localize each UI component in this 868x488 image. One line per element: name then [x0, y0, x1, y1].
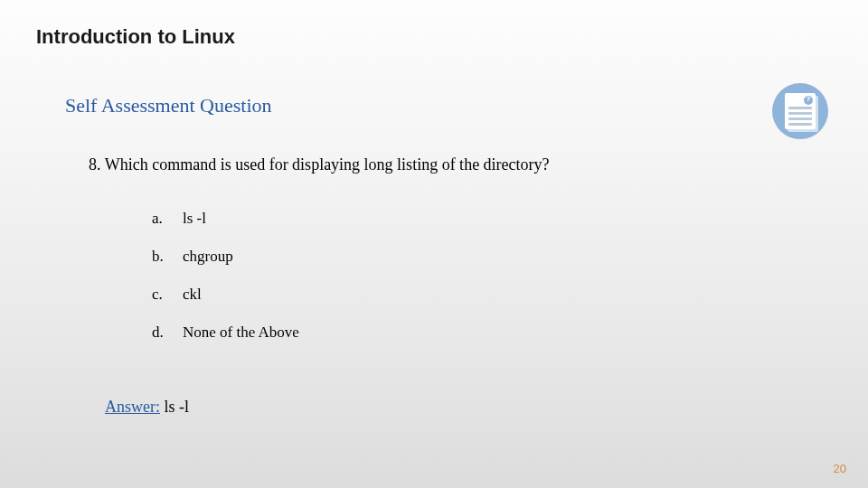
section-heading: Self Assessment Question: [65, 94, 272, 117]
option-d: d. None of the Above: [152, 324, 299, 342]
option-text: None of the Above: [183, 324, 299, 342]
page-number: 20: [834, 462, 846, 475]
answer-text: ls -l: [160, 398, 189, 416]
option-text: chgroup: [183, 248, 233, 266]
option-a: a. ls -l: [152, 210, 299, 228]
option-letter: b.: [152, 248, 183, 266]
options-list: a. ls -l b. chgroup c. ckl d. None of th…: [152, 210, 299, 361]
option-c: c. ckl: [152, 286, 299, 304]
option-text: ckl: [183, 286, 202, 304]
page-title: Introduction to Linux: [36, 25, 235, 49]
icon-line: [788, 123, 812, 126]
option-text: ls -l: [183, 210, 206, 228]
icon-line: [788, 112, 812, 115]
question-text: 8. Which command is used for displaying …: [89, 155, 550, 174]
document-glyph: [785, 93, 816, 129]
option-letter: d.: [152, 324, 183, 342]
icon-line: [788, 117, 812, 120]
option-letter: c.: [152, 286, 183, 304]
option-letter: a.: [152, 210, 183, 228]
answer-label: Answer:: [105, 398, 160, 416]
answer-row: Answer: ls -l: [105, 398, 189, 417]
icon-line: [788, 107, 812, 109]
question-document-icon: [772, 83, 828, 139]
option-b: b. chgroup: [152, 248, 299, 266]
